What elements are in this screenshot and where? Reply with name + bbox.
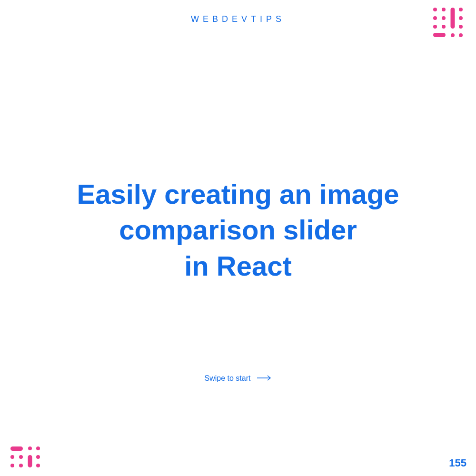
svg-point-17 — [10, 455, 14, 459]
svg-point-10 — [459, 33, 463, 37]
main-title: Easily creating an imagecomparison slide… — [0, 176, 476, 284]
svg-point-13 — [459, 25, 463, 29]
svg-point-9 — [451, 33, 455, 37]
svg-point-15 — [28, 446, 32, 450]
svg-point-21 — [10, 464, 14, 467]
svg-point-11 — [433, 25, 437, 29]
svg-point-23 — [36, 464, 40, 467]
header-brand: WEBDEVTIPS — [0, 14, 476, 24]
svg-rect-3 — [451, 8, 455, 29]
svg-point-5 — [442, 16, 446, 20]
svg-point-1 — [433, 8, 437, 11]
svg-point-6 — [459, 8, 463, 11]
svg-point-20 — [36, 455, 40, 459]
svg-rect-19 — [28, 455, 32, 467]
decorative-dots-bottom-left-icon — [10, 446, 44, 469]
svg-point-12 — [442, 25, 446, 29]
page-number: 155 — [449, 457, 466, 469]
arrow-right-icon — [257, 374, 271, 383]
svg-point-2 — [442, 8, 446, 11]
swipe-cta[interactable]: Swipe to start — [0, 374, 476, 383]
svg-point-22 — [19, 464, 23, 467]
swipe-label: Swipe to start — [205, 374, 251, 383]
decorative-dots-top-right-icon — [432, 7, 466, 41]
svg-rect-14 — [10, 446, 23, 451]
svg-rect-8 — [433, 33, 446, 37]
svg-point-18 — [19, 455, 23, 459]
svg-point-7 — [459, 16, 463, 20]
svg-point-16 — [36, 446, 40, 450]
svg-point-4 — [433, 16, 437, 20]
